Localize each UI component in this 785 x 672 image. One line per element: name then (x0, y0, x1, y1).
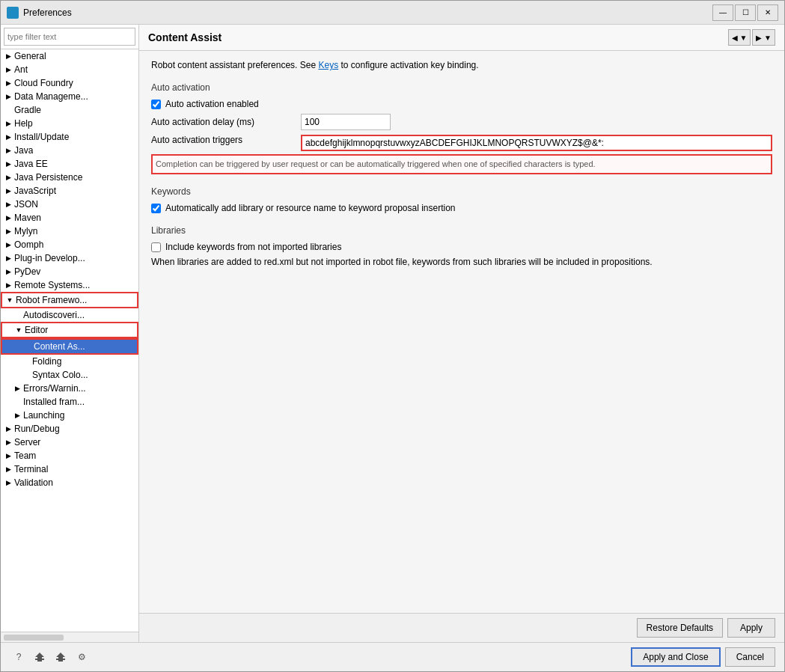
keywords-section: Keywords Automatically add library or re… (151, 186, 772, 213)
expand-arrow: ▶ (4, 65, 13, 74)
back-button[interactable]: ◀ ▼ (728, 29, 751, 46)
search-input[interactable] (4, 28, 135, 46)
include-keywords-row: Include keywords from not imported libra… (151, 242, 772, 252)
content-header: Content Assist ◀ ▼ ▶ ▼ (139, 25, 784, 51)
sidebar-item-team[interactable]: ▶ Team (1, 449, 138, 462)
sidebar-item-java-persistence[interactable]: ▶ Java Persistence (1, 171, 138, 184)
expand-arrow: ▶ (4, 173, 13, 182)
triggers-row: Auto activation triggers (151, 135, 772, 151)
expand-arrow: ▶ (13, 411, 22, 420)
sidebar-item-installed-frameworks[interactable]: ▶ Installed fram... (1, 395, 138, 409)
include-keywords-checkbox[interactable] (151, 242, 161, 252)
sidebar-item-label: Robot Framewo... (16, 295, 87, 305)
preferences-window: Preferences — ☐ ✕ ▶ General ▶ Ant (0, 0, 785, 672)
expand-arrow: ▼ (14, 326, 23, 335)
auto-activation-title: Auto activation (151, 82, 772, 93)
sidebar-item-plug-in-development[interactable]: ▶ Plug-in Develop... (1, 251, 138, 265)
sidebar-item-cloud-foundry[interactable]: ▶ Cloud Foundry (1, 76, 138, 90)
content-area: Content Assist ◀ ▼ ▶ ▼ Robot content ass… (139, 25, 784, 642)
window-controls: — ☐ ✕ (712, 4, 778, 21)
sidebar-item-label: Run/Debug (14, 424, 60, 434)
auto-add-keyword-label: Automatically add library or resource na… (165, 203, 456, 213)
sidebar-item-terminal[interactable]: ▶ Terminal (1, 462, 138, 476)
sidebar-item-label: Terminal (14, 464, 48, 474)
sidebar-item-pydev[interactable]: ▶ PyDev (1, 265, 138, 278)
sidebar-item-java[interactable]: ▶ Java (1, 144, 138, 157)
content-title: Content Assist (148, 31, 728, 43)
sidebar-item-oomph[interactable]: ▶ Oomph (1, 238, 138, 251)
auto-activation-enabled-checkbox[interactable] (151, 100, 161, 109)
sidebar-item-run-debug[interactable]: ▶ Run/Debug (1, 422, 138, 436)
sidebar-item-json[interactable]: ▶ JSON (1, 198, 138, 211)
sidebar-item-javascript[interactable]: ▶ JavaScript (1, 184, 138, 198)
sidebar-item-label: Java Persistence (14, 172, 82, 183)
apply-and-close-button[interactable]: Apply and Close (631, 647, 720, 667)
expand-arrow: ▶ (4, 79, 13, 88)
maximize-button[interactable]: ☐ (735, 4, 756, 21)
window-icon (7, 7, 19, 19)
expand-arrow: ▶ (4, 438, 13, 447)
sidebar-item-maven[interactable]: ▶ Maven (1, 211, 138, 224)
sidebar-item-label: PyDev (14, 266, 40, 277)
sidebar-item-java-ee[interactable]: ▶ Java EE (1, 157, 138, 171)
include-keywords-label: Include keywords from not imported libra… (165, 242, 341, 252)
sidebar-item-data-management[interactable]: ▶ Data Manageme... (1, 90, 138, 103)
cancel-button[interactable]: Cancel (725, 647, 775, 667)
sidebar-item-robot-framework[interactable]: ▼ Robot Framewo... (1, 292, 138, 308)
description: Robot content assistant preferences. See… (151, 60, 772, 70)
libraries-title: Libraries (151, 225, 772, 236)
triggers-input[interactable] (301, 135, 772, 151)
auto-activation-section: Auto activation Auto activation enabled … (151, 82, 772, 174)
sidebar-item-errors-warnings[interactable]: ▶ Errors/Warnin... (1, 382, 138, 395)
help-icon-button[interactable]: ? (10, 648, 28, 666)
content-body: Robot content assistant preferences. See… (139, 51, 784, 613)
sidebar-item-content-assist[interactable]: ▶ Content As... (1, 338, 138, 355)
keys-link[interactable]: Keys (318, 60, 338, 70)
sidebar-item-gradle[interactable]: ▶ Gradle (1, 103, 138, 117)
delay-label: Auto activation delay (ms) (151, 117, 301, 127)
libraries-section: Libraries Include keywords from not impo… (151, 225, 772, 267)
sidebar-item-label: Cloud Foundry (14, 78, 73, 88)
apply-button[interactable]: Apply (727, 618, 775, 638)
sidebar-item-install-update[interactable]: ▶ Install/Update (1, 130, 138, 144)
sidebar-item-label: Launching (23, 410, 64, 421)
import-icon-button[interactable] (52, 648, 70, 666)
delay-input[interactable] (301, 114, 391, 130)
sidebar-item-help[interactable]: ▶ Help (1, 117, 138, 130)
sidebar-item-editor[interactable]: ▼ Editor (1, 322, 138, 338)
expand-arrow: ▶ (4, 424, 13, 433)
sidebar-item-server[interactable]: ▶ Server (1, 436, 138, 449)
sidebar-item-remote-systems[interactable]: ▶ Remote Systems... (1, 278, 138, 292)
sidebar-horizontal-scrollbar[interactable] (1, 632, 138, 642)
sidebar-item-general[interactable]: ▶ General (1, 49, 138, 63)
sidebar-item-label: Help (14, 118, 33, 129)
auto-add-keyword-checkbox[interactable] (151, 204, 161, 213)
sidebar-item-syntax-coloring[interactable]: ▶ Syntax Colo... (1, 368, 138, 382)
expand-arrow: ▶ (4, 186, 13, 195)
expand-arrow: ▶ (4, 227, 13, 236)
svg-marker-3 (56, 653, 65, 662)
sidebar-item-validation[interactable]: ▶ Validation (1, 476, 138, 489)
expand-arrow: ▶ (4, 267, 13, 276)
sidebar-item-label: Content As... (34, 341, 85, 352)
minimize-button[interactable]: — (712, 4, 733, 21)
auto-activation-enabled-row: Auto activation enabled (151, 99, 772, 109)
sidebar-item-autodiscovery[interactable]: ▶ Autodiscoveri... (1, 308, 138, 322)
libraries-info: When libraries are added to red.xml but … (151, 257, 772, 267)
sidebar-item-label: Maven (14, 213, 41, 223)
footer-bar: ? ⚙ Apply and Close Cancel (1, 642, 784, 671)
sidebar-item-launching[interactable]: ▶ Launching (1, 409, 138, 422)
restore-defaults-button[interactable]: Restore Defaults (637, 618, 723, 638)
sidebar-item-mylyn[interactable]: ▶ Mylyn (1, 224, 138, 238)
export-icon-button[interactable] (31, 648, 49, 666)
close-button[interactable]: ✕ (757, 4, 778, 21)
expand-arrow: ▶ (4, 92, 13, 101)
sidebar-item-ant[interactable]: ▶ Ant (1, 63, 138, 76)
sidebar-item-label: JSON (14, 199, 38, 210)
sidebar-item-label: Data Manageme... (14, 91, 88, 102)
triggers-label: Auto activation triggers (151, 135, 301, 145)
main-container: ▶ General ▶ Ant ▶ Cloud Foundry ▶ Data M… (1, 25, 784, 642)
forward-button[interactable]: ▶ ▼ (752, 29, 775, 46)
settings-icon-button[interactable]: ⚙ (73, 648, 91, 666)
sidebar-item-folding[interactable]: ▶ Folding (1, 355, 138, 368)
